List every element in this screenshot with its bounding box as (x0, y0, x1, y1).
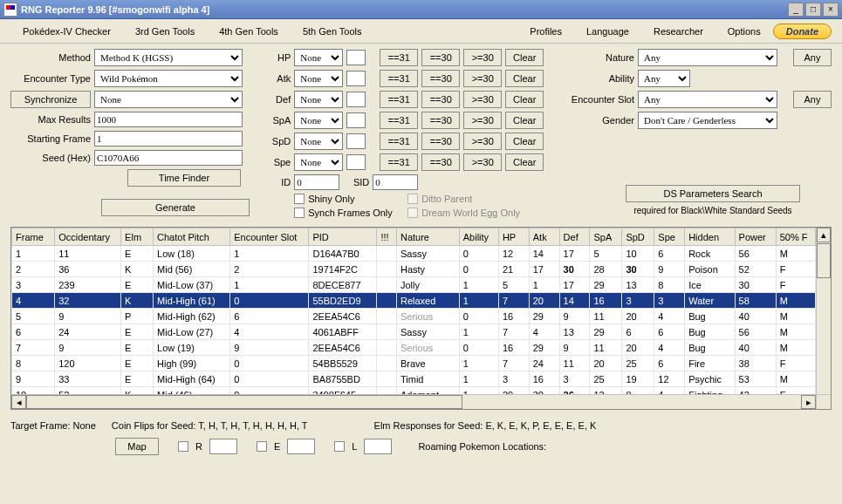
col-header[interactable]: Atk (529, 228, 559, 246)
generate-button[interactable]: Generate (101, 199, 250, 216)
close-button[interactable]: × (823, 3, 839, 17)
starting-frame-input[interactable] (94, 131, 243, 146)
spe-clear-button[interactable]: Clear (505, 153, 544, 171)
table-row[interactable]: 79ELow (19)92EEA54C6Serious01629911204Bu… (12, 340, 816, 356)
l-select[interactable] (364, 439, 392, 454)
atk-eq31-button[interactable]: ==31 (380, 70, 418, 87)
col-header[interactable]: Nature (396, 228, 459, 246)
max-results-input[interactable] (94, 112, 243, 127)
col-header[interactable]: !!! (377, 228, 397, 246)
spa-ge30-button[interactable]: >=30 (463, 112, 502, 129)
seed-input[interactable] (94, 150, 243, 166)
e-checkbox[interactable] (257, 441, 267, 452)
time-finder-button[interactable]: Time Finder (127, 169, 241, 187)
spa-eq31-button[interactable]: ==31 (380, 112, 418, 129)
vertical-scrollbar[interactable]: ▴ (816, 228, 831, 394)
col-header[interactable]: Encounter Slot (230, 228, 309, 246)
spe-eq31-button[interactable]: ==31 (380, 153, 418, 171)
spe-ge30-button[interactable]: >=30 (463, 153, 502, 171)
e-select[interactable] (287, 439, 315, 454)
def-operator-select[interactable]: None (294, 91, 343, 108)
results-table[interactable]: FrameOccidentaryElmChatot PitchEncounter… (11, 228, 816, 394)
col-header[interactable]: PID (309, 228, 377, 246)
spd-value-input[interactable] (346, 133, 366, 149)
menu-gen3[interactable]: 3rd Gen Tools (123, 23, 207, 40)
scroll-right-icon[interactable]: ▸ (801, 395, 816, 409)
synch-frames-checkbox[interactable] (294, 208, 305, 218)
ditto-parent-checkbox[interactable] (407, 194, 418, 204)
def-clear-button[interactable]: Clear (505, 91, 544, 108)
id-input[interactable] (294, 174, 339, 190)
maximize-button[interactable]: □ (805, 3, 821, 17)
enc-slot-any-button[interactable]: Any (793, 91, 832, 108)
table-row[interactable]: 432KMid-High (61)055BD2ED9Relaxed1720141… (12, 293, 816, 309)
spd-operator-select[interactable]: None (294, 133, 343, 150)
gender-select[interactable]: Don't Care / Genderless (638, 112, 777, 129)
shiny-only-checkbox[interactable] (294, 194, 305, 204)
dream-world-checkbox[interactable] (407, 208, 418, 218)
nature-select[interactable]: Any (638, 49, 777, 66)
scroll-thumb[interactable] (817, 243, 831, 278)
table-row[interactable]: 236KMid (56)219714F2CHasty021173028309Po… (12, 262, 816, 277)
menu-gen5[interactable]: 5th Gen Tools (291, 23, 374, 40)
table-row[interactable]: 3239EMid-Low (37)18DECE877Jolly151172913… (12, 277, 816, 293)
hscroll-thumb[interactable] (26, 395, 462, 409)
encounter-type-select[interactable]: Wild Pokémon (94, 70, 243, 87)
menu-pokedex[interactable]: Pokédex-IV Checker (10, 23, 123, 40)
spd-clear-button[interactable]: Clear (505, 133, 544, 150)
menu-profiles[interactable]: Profiles (517, 23, 574, 40)
table-row[interactable]: 1052KMid (46)03498F645Adamant12930261284… (12, 387, 816, 395)
col-header[interactable]: Def (559, 228, 590, 246)
menu-researcher[interactable]: Researcher (641, 23, 715, 40)
menu-gen4[interactable]: 4th Gen Tools (207, 23, 291, 40)
col-header[interactable]: HP (498, 228, 529, 246)
sid-input[interactable] (373, 174, 418, 190)
menu-options[interactable]: Options (715, 23, 773, 40)
menu-language[interactable]: Language (574, 23, 641, 40)
spa-value-input[interactable] (346, 112, 366, 128)
col-header[interactable]: Power (735, 228, 776, 246)
scroll-left-icon[interactable]: ◂ (11, 395, 26, 409)
hp-eq31-button[interactable]: ==31 (380, 49, 418, 66)
atk-value-input[interactable] (346, 71, 366, 86)
donate-button[interactable]: Donate (773, 24, 832, 39)
table-row[interactable]: 624EMid-Low (27)44061ABFFSassy174132966B… (12, 324, 816, 340)
l-checkbox[interactable] (334, 441, 345, 452)
nature-any-button[interactable]: Any (793, 49, 832, 66)
minimize-button[interactable]: _ (788, 3, 804, 17)
col-header[interactable]: Occidentary (55, 228, 121, 246)
def-eq31-button[interactable]: ==31 (380, 91, 418, 108)
atk-eq30-button[interactable]: ==30 (421, 70, 460, 87)
ds-parameters-button[interactable]: DS Parameters Search (626, 185, 800, 202)
hp-operator-select[interactable]: None (294, 49, 343, 66)
synchronize-button[interactable]: Synchronize (10, 91, 91, 108)
atk-clear-button[interactable]: Clear (505, 70, 544, 87)
hp-eq30-button[interactable]: ==30 (421, 49, 460, 66)
r-checkbox[interactable] (178, 441, 188, 452)
synchronize-select[interactable]: None (94, 91, 243, 108)
col-header[interactable]: SpD (622, 228, 654, 246)
col-header[interactable]: Elm (121, 228, 154, 246)
table-row[interactable]: 59PMid-High (62)62EEA54C6Serious01629911… (12, 309, 816, 324)
spa-eq30-button[interactable]: ==30 (421, 112, 460, 129)
spe-operator-select[interactable]: None (294, 153, 343, 171)
col-header[interactable]: Chatot Pitch (154, 228, 230, 246)
r-select[interactable] (209, 439, 237, 454)
col-header[interactable]: SpA (590, 228, 622, 246)
spd-eq30-button[interactable]: ==30 (421, 133, 460, 150)
spa-operator-select[interactable]: None (294, 112, 343, 129)
hp-clear-button[interactable]: Clear (505, 49, 544, 66)
enc-slot-select[interactable]: Any (638, 91, 777, 108)
spd-eq31-button[interactable]: ==31 (380, 133, 418, 150)
spe-eq30-button[interactable]: ==30 (421, 153, 460, 171)
map-button[interactable]: Map (115, 438, 159, 455)
atk-operator-select[interactable]: None (294, 70, 343, 87)
table-row[interactable]: 111ELow (18)1D164A7B0Sassy01214175106Roc… (12, 246, 816, 262)
ability-select[interactable]: Any (638, 70, 690, 87)
col-header[interactable]: Ability (459, 228, 498, 246)
method-select[interactable]: Method K (HGSS) (94, 49, 243, 66)
col-header[interactable]: Hidden (685, 228, 735, 246)
spd-ge30-button[interactable]: >=30 (463, 133, 502, 150)
scroll-up-icon[interactable]: ▴ (817, 228, 831, 242)
def-eq30-button[interactable]: ==30 (421, 91, 460, 108)
